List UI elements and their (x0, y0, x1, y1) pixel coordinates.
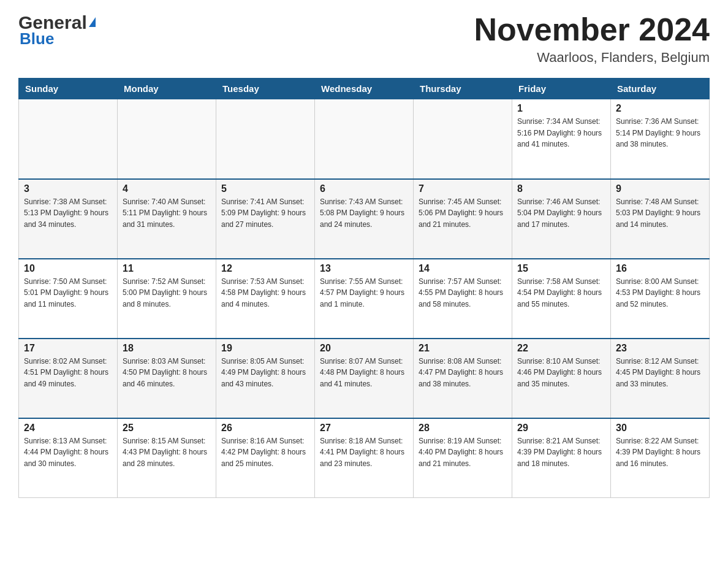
title-area: November 2024 Waarloos, Flanders, Belgiu… (474, 12, 710, 66)
sun-info: Sunrise: 7:38 AM Sunset: 5:13 PM Dayligh… (24, 196, 112, 231)
day-number: 11 (123, 263, 211, 274)
day-number: 16 (616, 263, 704, 274)
calendar-cell: 14Sunrise: 7:57 AM Sunset: 4:55 PM Dayli… (414, 259, 512, 339)
calendar-cell: 23Sunrise: 8:12 AM Sunset: 4:45 PM Dayli… (611, 339, 710, 418)
calendar-cell: 27Sunrise: 8:18 AM Sunset: 4:41 PM Dayli… (315, 418, 414, 498)
calendar-cell: 16Sunrise: 8:00 AM Sunset: 4:53 PM Dayli… (611, 259, 710, 339)
header-sunday: Sunday (19, 79, 118, 99)
day-number: 13 (320, 263, 408, 274)
sun-info: Sunrise: 8:00 AM Sunset: 4:53 PM Dayligh… (616, 276, 704, 310)
header-saturday: Saturday (611, 79, 710, 99)
sun-info: Sunrise: 7:40 AM Sunset: 5:11 PM Dayligh… (123, 196, 211, 231)
day-number: 17 (24, 343, 112, 354)
page-header: General Blue November 2024 Waarloos, Fla… (18, 12, 710, 66)
sun-info: Sunrise: 7:43 AM Sunset: 5:08 PM Dayligh… (320, 196, 408, 231)
header-thursday: Thursday (414, 79, 512, 99)
day-number: 10 (24, 263, 112, 274)
sun-info: Sunrise: 7:52 AM Sunset: 5:00 PM Dayligh… (123, 276, 211, 310)
calendar-cell: 1Sunrise: 7:34 AM Sunset: 5:16 PM Daylig… (512, 99, 611, 179)
day-number: 25 (123, 423, 211, 434)
day-number: 2 (616, 103, 704, 114)
sun-info: Sunrise: 8:08 AM Sunset: 4:47 PM Dayligh… (419, 356, 507, 390)
sun-info: Sunrise: 7:53 AM Sunset: 4:58 PM Dayligh… (221, 276, 309, 310)
calendar-cell: 17Sunrise: 8:02 AM Sunset: 4:51 PM Dayli… (19, 339, 118, 418)
calendar-table: Sunday Monday Tuesday Wednesday Thursday… (18, 78, 710, 498)
day-number: 19 (221, 343, 309, 354)
day-number: 23 (616, 343, 704, 354)
sun-info: Sunrise: 8:03 AM Sunset: 4:50 PM Dayligh… (123, 356, 211, 390)
sun-info: Sunrise: 8:15 AM Sunset: 4:43 PM Dayligh… (123, 435, 211, 470)
week-row-3: 17Sunrise: 8:02 AM Sunset: 4:51 PM Dayli… (19, 339, 710, 418)
day-number: 26 (221, 423, 309, 434)
calendar-cell: 12Sunrise: 7:53 AM Sunset: 4:58 PM Dayli… (216, 259, 315, 339)
location-subtitle: Waarloos, Flanders, Belgium (474, 50, 710, 66)
day-number: 28 (419, 423, 507, 434)
sun-info: Sunrise: 7:57 AM Sunset: 4:55 PM Dayligh… (419, 276, 507, 310)
sun-info: Sunrise: 7:41 AM Sunset: 5:09 PM Dayligh… (221, 196, 309, 231)
calendar-cell: 10Sunrise: 7:50 AM Sunset: 5:01 PM Dayli… (19, 259, 118, 339)
day-number: 12 (221, 263, 309, 274)
sun-info: Sunrise: 8:05 AM Sunset: 4:49 PM Dayligh… (221, 356, 309, 390)
calendar-cell (118, 99, 216, 179)
sun-info: Sunrise: 8:21 AM Sunset: 4:39 PM Dayligh… (517, 435, 605, 470)
sun-info: Sunrise: 8:12 AM Sunset: 4:45 PM Dayligh… (616, 356, 704, 390)
week-row-2: 10Sunrise: 7:50 AM Sunset: 5:01 PM Dayli… (19, 259, 710, 339)
calendar-cell: 9Sunrise: 7:48 AM Sunset: 5:03 PM Daylig… (611, 179, 710, 259)
calendar-cell: 4Sunrise: 7:40 AM Sunset: 5:11 PM Daylig… (118, 179, 216, 259)
calendar-cell: 2Sunrise: 7:36 AM Sunset: 5:14 PM Daylig… (611, 99, 710, 179)
calendar-cell: 26Sunrise: 8:16 AM Sunset: 4:42 PM Dayli… (216, 418, 315, 498)
week-row-4: 24Sunrise: 8:13 AM Sunset: 4:44 PM Dayli… (19, 418, 710, 498)
header-monday: Monday (118, 79, 216, 99)
calendar-cell: 5Sunrise: 7:41 AM Sunset: 5:09 PM Daylig… (216, 179, 315, 259)
calendar-cell: 8Sunrise: 7:46 AM Sunset: 5:04 PM Daylig… (512, 179, 611, 259)
logo: General Blue (18, 12, 96, 48)
sun-info: Sunrise: 8:10 AM Sunset: 4:46 PM Dayligh… (517, 356, 605, 390)
day-number: 1 (517, 103, 605, 114)
sun-info: Sunrise: 7:46 AM Sunset: 5:04 PM Dayligh… (517, 196, 605, 231)
calendar-cell (414, 99, 512, 179)
header-row: Sunday Monday Tuesday Wednesday Thursday… (19, 79, 710, 99)
calendar-cell (19, 99, 118, 179)
day-number: 6 (320, 183, 408, 194)
week-row-1: 3Sunrise: 7:38 AM Sunset: 5:13 PM Daylig… (19, 179, 710, 259)
sun-info: Sunrise: 8:02 AM Sunset: 4:51 PM Dayligh… (24, 356, 112, 390)
calendar-cell: 11Sunrise: 7:52 AM Sunset: 5:00 PM Dayli… (118, 259, 216, 339)
day-number: 5 (221, 183, 309, 194)
calendar-cell (216, 99, 315, 179)
sun-info: Sunrise: 7:58 AM Sunset: 4:54 PM Dayligh… (517, 276, 605, 310)
calendar-cell: 21Sunrise: 8:08 AM Sunset: 4:47 PM Dayli… (414, 339, 512, 418)
calendar-cell: 15Sunrise: 7:58 AM Sunset: 4:54 PM Dayli… (512, 259, 611, 339)
day-number: 9 (616, 183, 704, 194)
calendar-cell: 13Sunrise: 7:55 AM Sunset: 4:57 PM Dayli… (315, 259, 414, 339)
calendar-cell: 24Sunrise: 8:13 AM Sunset: 4:44 PM Dayli… (19, 418, 118, 498)
day-number: 8 (517, 183, 605, 194)
sun-info: Sunrise: 8:18 AM Sunset: 4:41 PM Dayligh… (320, 435, 408, 470)
sun-info: Sunrise: 8:19 AM Sunset: 4:40 PM Dayligh… (419, 435, 507, 470)
day-number: 29 (517, 423, 605, 434)
calendar-cell: 7Sunrise: 7:45 AM Sunset: 5:06 PM Daylig… (414, 179, 512, 259)
header-wednesday: Wednesday (315, 79, 414, 99)
calendar-cell: 22Sunrise: 8:10 AM Sunset: 4:46 PM Dayli… (512, 339, 611, 418)
sun-info: Sunrise: 7:55 AM Sunset: 4:57 PM Dayligh… (320, 276, 408, 310)
day-number: 30 (616, 423, 704, 434)
day-number: 22 (517, 343, 605, 354)
day-number: 15 (517, 263, 605, 274)
week-row-0: 1Sunrise: 7:34 AM Sunset: 5:16 PM Daylig… (19, 99, 710, 179)
day-number: 20 (320, 343, 408, 354)
sun-info: Sunrise: 7:34 AM Sunset: 5:16 PM Dayligh… (517, 116, 605, 150)
calendar-cell: 30Sunrise: 8:22 AM Sunset: 4:39 PM Dayli… (611, 418, 710, 498)
day-number: 21 (419, 343, 507, 354)
logo-triangle-icon (89, 17, 96, 27)
calendar-cell: 6Sunrise: 7:43 AM Sunset: 5:08 PM Daylig… (315, 179, 414, 259)
sun-info: Sunrise: 8:07 AM Sunset: 4:48 PM Dayligh… (320, 356, 408, 390)
calendar-cell: 20Sunrise: 8:07 AM Sunset: 4:48 PM Dayli… (315, 339, 414, 418)
header-tuesday: Tuesday (216, 79, 315, 99)
calendar-cell (315, 99, 414, 179)
sun-info: Sunrise: 7:50 AM Sunset: 5:01 PM Dayligh… (24, 276, 112, 310)
sun-info: Sunrise: 7:48 AM Sunset: 5:03 PM Dayligh… (616, 196, 704, 231)
sun-info: Sunrise: 8:13 AM Sunset: 4:44 PM Dayligh… (24, 435, 112, 470)
day-number: 4 (123, 183, 211, 194)
day-number: 14 (419, 263, 507, 274)
month-year-title: November 2024 (474, 12, 710, 47)
logo-blue: Blue (20, 29, 54, 48)
